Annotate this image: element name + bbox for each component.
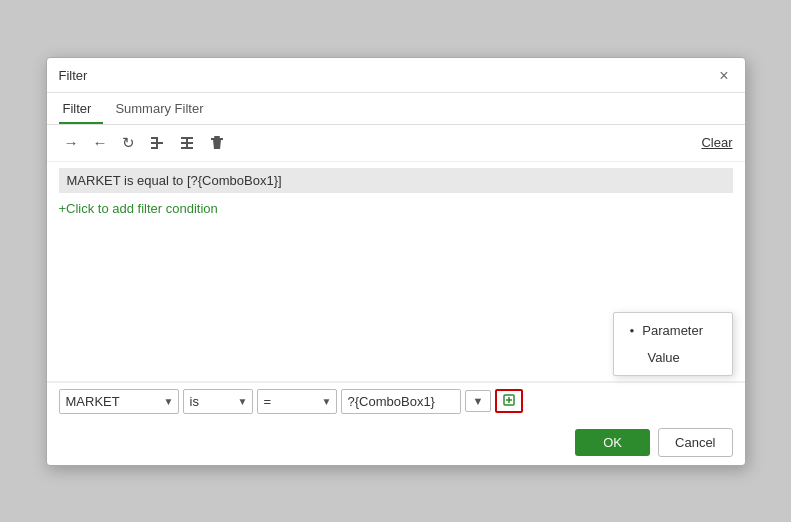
comparison-select[interactable]: = != > < [257,389,337,414]
ok-button[interactable]: OK [575,429,650,456]
refresh-btn[interactable]: ↻ [117,131,140,155]
toolbar: → ← ↻ Clear [47,125,745,162]
delete-btn[interactable] [204,132,230,154]
svg-rect-7 [181,147,193,149]
title-bar: Filter × [47,58,745,93]
parameter-dropdown-panel: ● Parameter Value [613,312,733,376]
value-input[interactable] [341,389,461,414]
dropdown-item-value[interactable]: Value [614,344,732,371]
dialog-title: Filter [59,68,88,83]
cancel-button[interactable]: Cancel [658,428,732,457]
forward-btn[interactable]: → [59,131,84,154]
tab-summary-filter[interactable]: Summary Filter [111,93,215,124]
clear-button[interactable]: Clear [701,135,732,150]
svg-rect-9 [211,138,223,140]
insert-condition-btn[interactable] [144,132,170,154]
svg-rect-2 [151,137,156,139]
operator-select[interactable]: is is not [183,389,253,414]
svg-rect-3 [151,147,156,149]
dropdown-item-parameter-label: Parameter [642,323,703,338]
svg-rect-6 [181,137,193,139]
svg-rect-8 [214,136,220,138]
dialog-footer: OK Cancel [47,420,745,465]
value-dropdown-btn[interactable]: ▼ [465,390,492,412]
field-select-wrapper: MARKET ▼ [59,389,179,414]
add-condition-btn[interactable] [174,132,200,154]
green-parameter-btn[interactable] [495,389,523,413]
add-filter-condition-link[interactable]: +Click to add filter condition [59,197,218,220]
toolbar-actions: → ← ↻ [59,131,230,155]
field-select[interactable]: MARKET [59,389,179,414]
tabs-bar: Filter Summary Filter [47,93,745,125]
filter-dialog: Filter × Filter Summary Filter → ← ↻ [46,57,746,466]
close-button[interactable]: × [715,66,732,86]
parameter-bullet-icon: ● [630,326,635,335]
filter-condition-row[interactable]: MARKET is equal to [?{ComboBox1}] [59,168,733,193]
back-btn[interactable]: ← [88,131,113,154]
operator-select-wrapper: is is not ▼ [183,389,253,414]
filter-builder: MARKET ▼ is is not ▼ = != > < ▼ ▼ [47,382,745,420]
svg-rect-1 [156,137,158,149]
tab-filter[interactable]: Filter [59,93,104,124]
comparison-select-wrapper: = != > < ▼ [257,389,337,414]
dropdown-item-parameter[interactable]: ● Parameter [614,317,732,344]
dropdown-item-value-label: Value [648,350,680,365]
